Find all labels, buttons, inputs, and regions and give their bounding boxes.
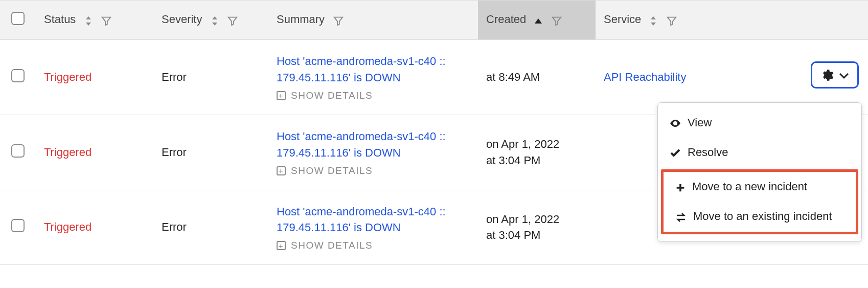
menu-item-view[interactable]: View — [658, 108, 861, 138]
created-line2: at 3:04 PM — [486, 227, 587, 243]
chevron-down-icon — [839, 69, 849, 82]
menu-item-move-existing[interactable]: Move to an existing incident — [664, 202, 856, 231]
swap-icon — [675, 210, 687, 223]
filter-icon[interactable] — [666, 14, 677, 27]
show-details-toggle[interactable]: + SHOW DETAILS — [277, 90, 470, 101]
sort-icon[interactable] — [84, 14, 93, 27]
expand-icon: + — [277, 166, 286, 175]
sort-icon[interactable] — [649, 14, 657, 27]
column-header-service[interactable]: Service — [596, 1, 868, 40]
menu-label: View — [688, 116, 712, 129]
service-link[interactable]: API Reachability — [604, 71, 686, 83]
show-details-label: SHOW DETAILS — [291, 90, 373, 101]
status-value: Triggered — [44, 146, 92, 159]
gear-icon — [820, 68, 834, 82]
plus-icon — [675, 180, 686, 193]
show-details-toggle[interactable]: + SHOW DETAILS — [277, 240, 470, 251]
column-header-summary[interactable]: Summary — [268, 1, 478, 40]
menu-item-move-new[interactable]: Move to a new incident — [664, 172, 856, 202]
column-header-checkbox — [0, 1, 36, 40]
created-line1: on Apr 1, 2022 — [486, 211, 587, 228]
table-header-row: Status Severity Summary — [0, 1, 868, 40]
created-line2: at 3:04 PM — [486, 152, 587, 169]
severity-value: Error — [162, 71, 187, 83]
summary-link[interactable]: Host 'acme-andromeda-sv1-c40 :: 179.45.1… — [277, 128, 470, 161]
column-header-status[interactable]: Status — [36, 1, 153, 40]
select-all-checkbox[interactable] — [11, 12, 25, 25]
column-label: Severity — [162, 13, 202, 26]
menu-label: Resolve — [688, 146, 728, 159]
show-details-label: SHOW DETAILS — [291, 165, 373, 176]
status-value: Triggered — [44, 220, 92, 233]
column-label: Created — [486, 13, 526, 26]
eye-icon — [669, 116, 681, 129]
row-actions-menu: View Resolve Move to a new incident Move… — [657, 102, 862, 242]
created-line1: at 8:49 AM — [486, 69, 587, 85]
status-value: Triggered — [44, 71, 92, 83]
highlighted-menu-group: Move to a new incident Move to an existi… — [661, 169, 858, 234]
created-line1: on Apr 1, 2022 — [486, 136, 587, 152]
filter-icon[interactable] — [551, 14, 562, 27]
row-checkbox[interactable] — [11, 144, 25, 158]
summary-link[interactable]: Host 'acme-andromeda-sv1-c40 :: 179.45.1… — [277, 204, 470, 236]
row-checkbox[interactable] — [11, 69, 25, 82]
filter-icon[interactable] — [101, 14, 112, 27]
row-checkbox[interactable] — [11, 219, 25, 232]
column-header-created[interactable]: Created — [478, 1, 596, 40]
menu-label: Move to a new incident — [692, 180, 807, 193]
summary-link[interactable]: Host 'acme-andromeda-sv1-c40 :: 179.45.1… — [277, 53, 470, 86]
expand-icon: + — [277, 241, 286, 250]
sort-asc-icon[interactable] — [534, 14, 542, 27]
column-label: Service — [604, 13, 641, 26]
column-label: Summary — [277, 13, 325, 26]
severity-value: Error — [162, 220, 187, 233]
column-label: Status — [44, 13, 76, 26]
show-details-toggle[interactable]: + SHOW DETAILS — [277, 165, 470, 176]
show-details-label: SHOW DETAILS — [291, 240, 373, 251]
column-header-severity[interactable]: Severity — [153, 1, 268, 40]
expand-icon: + — [277, 91, 286, 100]
check-icon — [669, 146, 681, 159]
menu-item-resolve[interactable]: Resolve — [658, 138, 861, 167]
filter-icon[interactable] — [227, 14, 238, 27]
severity-value: Error — [162, 146, 187, 159]
row-actions-button[interactable] — [811, 61, 859, 88]
filter-icon[interactable] — [333, 14, 344, 27]
sort-icon[interactable] — [211, 14, 219, 27]
menu-label: Move to an existing incident — [693, 210, 832, 223]
